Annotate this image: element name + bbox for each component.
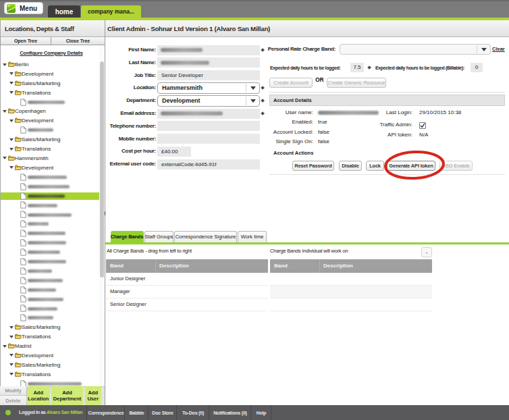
svg-text:dtl: dtl <box>7 5 10 7</box>
